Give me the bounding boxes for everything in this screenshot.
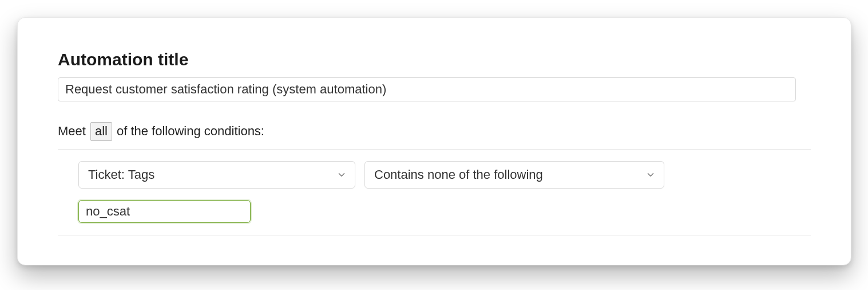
automation-title-input[interactable] xyxy=(58,77,796,101)
automation-editor-card: Automation title Meet all of the followi… xyxy=(17,17,851,265)
condition-row: Ticket: Tags Contains none of the follow… xyxy=(58,150,811,236)
conditions-intro-prefix: Meet xyxy=(58,124,86,139)
condition-field-select[interactable]: Ticket: Tags xyxy=(78,161,355,189)
tag-input[interactable] xyxy=(86,204,243,219)
condition-selects-row: Ticket: Tags Contains none of the follow… xyxy=(78,161,811,189)
conditions-intro: Meet all of the following conditions: xyxy=(58,122,811,141)
chevron-down-icon xyxy=(645,170,656,180)
conditions-mode-box: all xyxy=(90,122,112,141)
condition-operator-select[interactable]: Contains none of the following xyxy=(364,161,664,189)
conditions-intro-suffix: of the following conditions: xyxy=(117,124,264,139)
chevron-down-icon xyxy=(336,170,347,180)
condition-field-value: Ticket: Tags xyxy=(88,167,154,182)
condition-operator-value: Contains none of the following xyxy=(374,167,543,182)
section-heading: Automation title xyxy=(58,50,811,69)
tag-input-container[interactable] xyxy=(78,200,251,223)
